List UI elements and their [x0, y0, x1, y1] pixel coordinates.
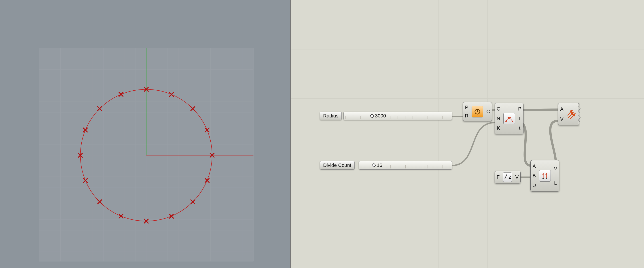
circle-node[interactable]: P R C: [463, 102, 492, 121]
viewport-svg: [0, 0, 290, 268]
svg-marker-84: [542, 173, 544, 174]
port-v-out[interactable]: V: [554, 166, 557, 172]
vector-2pt-icon: [539, 170, 551, 182]
unit-z-node[interactable]: F Z V: [495, 171, 520, 184]
port-b[interactable]: B: [532, 173, 536, 179]
svg-marker-82: [506, 174, 507, 176]
port-r[interactable]: R: [465, 113, 468, 119]
slider-grip-icon[interactable]: [372, 163, 376, 168]
svg-point-80: [512, 120, 513, 122]
vector-2pt-node[interactable]: A B U V L: [530, 160, 559, 192]
unit-z-icon: Z: [503, 172, 512, 182]
svg-marker-95: [578, 103, 580, 126]
inputs-col: C N K: [495, 103, 502, 134]
port-a[interactable]: A: [560, 106, 564, 112]
divide-slider-label: Divide Count: [320, 161, 355, 170]
circle-icon: [472, 106, 483, 118]
slider-grip-icon[interactable]: [370, 114, 374, 118]
port-k[interactable]: K: [497, 125, 500, 131]
outputs-col: C: [484, 102, 492, 121]
outputs-col: V L: [552, 160, 559, 191]
divide-curve-icon: [503, 113, 515, 124]
port-u[interactable]: U: [532, 182, 536, 188]
vector-display-icon: [567, 108, 577, 121]
port-t-out[interactable]: T: [518, 116, 522, 122]
svg-point-79: [510, 117, 511, 118]
unit-z-label: Z: [509, 175, 512, 180]
torn-edge-icon: [578, 103, 581, 126]
grasshopper-canvas[interactable]: Radius 3000 Divide Count 16 P R: [291, 0, 644, 268]
divide-curve-node[interactable]: C N K P T t: [495, 103, 524, 134]
port-c-out[interactable]: C: [486, 109, 490, 114]
rhino-viewport[interactable]: [0, 0, 291, 268]
port-c[interactable]: C: [497, 106, 500, 112]
label-text: Divide Count: [323, 162, 351, 168]
port-p-out[interactable]: P: [518, 106, 522, 112]
svg-point-87: [542, 178, 544, 179]
svg-point-77: [505, 120, 507, 122]
wires-layer: [291, 0, 644, 268]
port-v-out[interactable]: V: [515, 174, 518, 180]
inputs-col: P R: [463, 102, 470, 121]
port-a[interactable]: A: [532, 163, 536, 169]
radius-slider-label: Radius: [320, 112, 342, 120]
port-p[interactable]: P: [465, 104, 468, 110]
radius-slider-value: 3000: [375, 113, 386, 119]
port-l-out[interactable]: L: [554, 180, 557, 186]
svg-point-88: [546, 178, 547, 179]
divide-slider-value: 16: [377, 162, 382, 168]
vector-display-node[interactable]: A V: [558, 103, 579, 125]
svg-point-78: [508, 117, 509, 118]
inputs-col: A V: [558, 103, 565, 125]
port-n[interactable]: N: [497, 116, 500, 122]
radius-slider[interactable]: 3000: [344, 112, 452, 120]
outputs-col: P T t: [516, 103, 523, 134]
divide-slider[interactable]: 16: [359, 161, 452, 170]
inputs-col: A B U: [531, 160, 538, 191]
port-f[interactable]: F: [497, 174, 500, 180]
port-v[interactable]: V: [560, 116, 564, 122]
svg-marker-86: [546, 173, 547, 174]
port-t2-out[interactable]: t: [518, 125, 522, 131]
label-text: Radius: [323, 113, 338, 118]
